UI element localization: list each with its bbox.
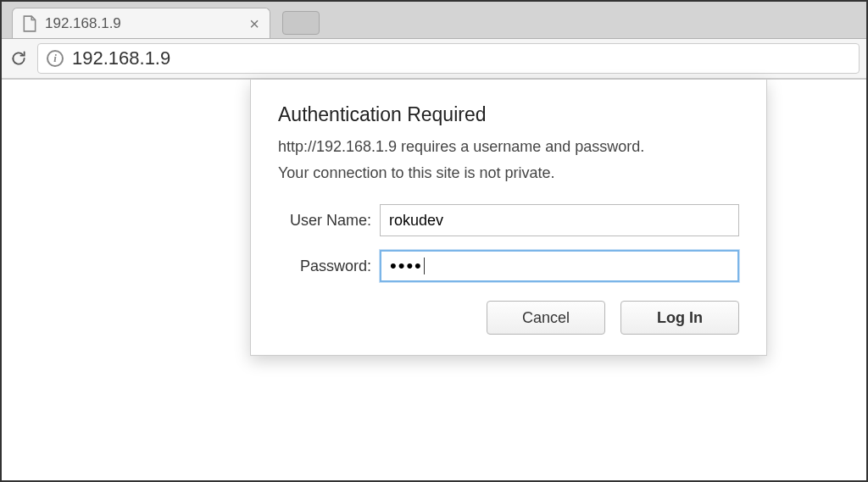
- password-mask-dots: ••••: [390, 257, 423, 275]
- text-caret: [424, 258, 425, 274]
- password-input[interactable]: ••••: [380, 250, 739, 282]
- login-button[interactable]: Log In: [620, 301, 739, 335]
- password-row: Password: ••••: [278, 250, 739, 282]
- new-tab-button[interactable]: [282, 11, 320, 35]
- address-bar[interactable]: i 192.168.1.9: [37, 43, 860, 74]
- cancel-button[interactable]: Cancel: [487, 301, 605, 335]
- site-info-icon[interactable]: i: [47, 50, 64, 67]
- page-content: Authentication Required http://192.168.1…: [2, 80, 866, 480]
- file-icon: [23, 15, 36, 32]
- url-text: 192.168.1.9: [72, 47, 170, 69]
- dialog-button-row: Cancel Log In: [278, 301, 739, 335]
- username-row: User Name:: [278, 204, 739, 236]
- toolbar: i 192.168.1.9: [2, 39, 866, 80]
- reload-icon[interactable]: [8, 48, 29, 69]
- dialog-warning: Your connection to this site is not priv…: [278, 164, 739, 182]
- browser-tab[interactable]: 192.168.1.9 ×: [12, 8, 270, 38]
- dialog-message: http://192.168.1.9 requires a username a…: [278, 138, 739, 156]
- username-label: User Name:: [278, 212, 380, 230]
- username-input[interactable]: [380, 204, 739, 236]
- dialog-title: Authentication Required: [278, 103, 739, 126]
- close-icon[interactable]: ×: [249, 15, 259, 32]
- tab-title: 192.168.1.9: [45, 15, 241, 32]
- tab-strip: 192.168.1.9 ×: [2, 2, 866, 39]
- browser-window: 192.168.1.9 × i 192.168.1.9 Authenticati…: [0, 0, 868, 482]
- password-label: Password:: [278, 258, 380, 275]
- auth-dialog: Authentication Required http://192.168.1…: [250, 80, 767, 356]
